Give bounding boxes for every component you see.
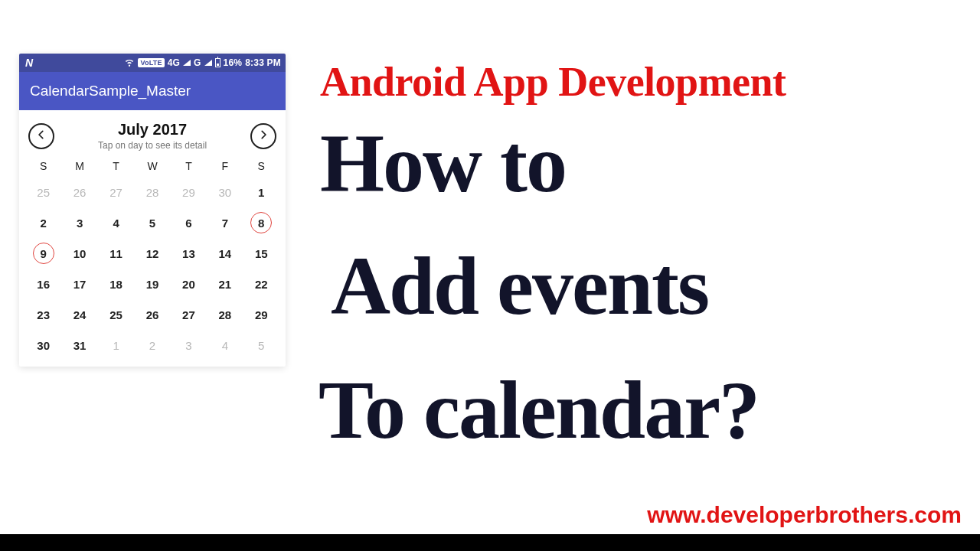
- phone-frame: N VoLTE 4G G 16% 8:33 PM CalendarSample_…: [19, 54, 286, 367]
- calendar-day[interactable]: 5: [134, 212, 170, 233]
- day-number: 15: [250, 243, 272, 264]
- month-label: July 2017: [98, 121, 207, 139]
- network-g-label: G: [194, 57, 201, 68]
- day-number: 2: [142, 334, 163, 356]
- day-number: 24: [69, 304, 90, 325]
- calendar-day: 30: [207, 181, 243, 203]
- calendar-day[interactable]: 7: [207, 212, 243, 233]
- day-number: 3: [69, 212, 90, 233]
- calendar-day[interactable]: 16: [25, 273, 61, 295]
- calendar-day[interactable]: 20: [171, 273, 207, 295]
- calendar-day[interactable]: 25: [98, 304, 134, 325]
- signal-icon: [183, 60, 191, 66]
- bottom-black-bar: [0, 534, 980, 551]
- headline-category: Android App Development: [320, 58, 786, 106]
- calendar-day[interactable]: 11: [98, 243, 134, 264]
- headline-line-1: How to: [320, 122, 566, 205]
- status-bar: N VoLTE 4G G 16% 8:33 PM: [19, 54, 286, 72]
- day-number: 5: [142, 212, 163, 233]
- day-of-week-header: M: [61, 160, 97, 172]
- day-number: 30: [214, 181, 236, 203]
- calendar-header: July 2017 Tap on day to see its detail: [19, 110, 286, 154]
- day-number: 2: [33, 212, 54, 233]
- calendar-day[interactable]: 26: [134, 304, 170, 325]
- next-month-button[interactable]: [250, 123, 276, 149]
- calendar-grid: SMTWTFS252627282930123456789101112131415…: [19, 154, 286, 367]
- day-number: 26: [69, 181, 90, 203]
- day-number: 3: [178, 334, 199, 356]
- calendar-day[interactable]: 9: [25, 243, 61, 264]
- calendar-day[interactable]: 1: [243, 181, 279, 203]
- day-number: 31: [69, 334, 90, 356]
- day-number: 22: [250, 273, 272, 295]
- calendar-day[interactable]: 30: [25, 334, 61, 356]
- calendar-day: 3: [171, 334, 207, 356]
- calendar-day: 25: [25, 181, 61, 203]
- volte-badge: VoLTE: [138, 58, 164, 67]
- day-number: 4: [214, 334, 236, 356]
- calendar-day[interactable]: 8: [243, 212, 279, 233]
- day-number: 1: [250, 181, 272, 203]
- day-number: 29: [250, 304, 272, 325]
- calendar-day[interactable]: 18: [98, 273, 134, 295]
- calendar-day[interactable]: 10: [61, 243, 97, 264]
- calendar-day: 26: [61, 181, 97, 203]
- calendar-day[interactable]: 28: [207, 304, 243, 325]
- day-number: 4: [106, 212, 127, 233]
- status-bar-left: N: [24, 57, 34, 69]
- day-number: 1: [106, 334, 127, 356]
- calendar-day[interactable]: 6: [171, 212, 207, 233]
- prev-month-button[interactable]: [28, 123, 54, 149]
- day-number: 26: [142, 304, 163, 325]
- day-number: 21: [214, 273, 236, 295]
- calendar-day[interactable]: 2: [25, 212, 61, 233]
- calendar-day[interactable]: 29: [243, 304, 279, 325]
- day-number: 27: [178, 304, 199, 325]
- day-number: 11: [106, 243, 127, 264]
- calendar-day[interactable]: 19: [134, 273, 170, 295]
- calendar-day[interactable]: 17: [61, 273, 97, 295]
- calendar-day: 5: [243, 334, 279, 356]
- calendar-day[interactable]: 22: [243, 273, 279, 295]
- calendar-day[interactable]: 4: [98, 212, 134, 233]
- calendar-day: 28: [134, 181, 170, 203]
- calendar-day[interactable]: 27: [171, 304, 207, 325]
- calendar-day[interactable]: 21: [207, 273, 243, 295]
- day-number: 30: [33, 334, 54, 356]
- day-number: 28: [214, 304, 236, 325]
- chevron-left-icon: [36, 129, 47, 143]
- day-number: 18: [106, 273, 127, 295]
- calendar-day[interactable]: 15: [243, 243, 279, 264]
- day-number: 6: [178, 212, 199, 233]
- month-subtitle: Tap on day to see its detail: [98, 140, 207, 151]
- calendar-day[interactable]: 13: [171, 243, 207, 264]
- calendar-day[interactable]: 14: [207, 243, 243, 264]
- day-number: 25: [33, 181, 54, 203]
- wifi-icon: [124, 57, 135, 70]
- day-number: 19: [142, 273, 163, 295]
- clock-time: 8:33 PM: [245, 57, 281, 68]
- chevron-right-icon: [258, 129, 269, 143]
- day-number: 23: [33, 304, 54, 325]
- app-bar: CalendarSample_Master: [19, 72, 286, 110]
- day-of-week-header: S: [243, 160, 279, 172]
- calendar-day[interactable]: 31: [61, 334, 97, 356]
- day-of-week-header: T: [98, 160, 134, 172]
- app-title: CalendarSample_Master: [30, 83, 191, 99]
- calendar-day[interactable]: 12: [134, 243, 170, 264]
- thumbnail-stage: Android App Development How to Add event…: [0, 0, 980, 551]
- day-number: 27: [106, 181, 127, 203]
- network-4g-label: 4G: [168, 57, 180, 68]
- day-number: 13: [178, 243, 199, 264]
- calendar-day[interactable]: 3: [61, 212, 97, 233]
- day-number: 28: [142, 181, 163, 203]
- battery-icon: [215, 58, 220, 67]
- signal-icon-2: [204, 60, 212, 66]
- calendar-title-block: July 2017 Tap on day to see its detail: [98, 121, 207, 151]
- calendar-day[interactable]: 24: [61, 304, 97, 325]
- footer-url: www.developerbrothers.com: [647, 502, 962, 528]
- day-of-week-header: F: [207, 160, 243, 172]
- calendar-day: 4: [207, 334, 243, 356]
- calendar-day[interactable]: 23: [25, 304, 61, 325]
- calendar-day: 29: [171, 181, 207, 203]
